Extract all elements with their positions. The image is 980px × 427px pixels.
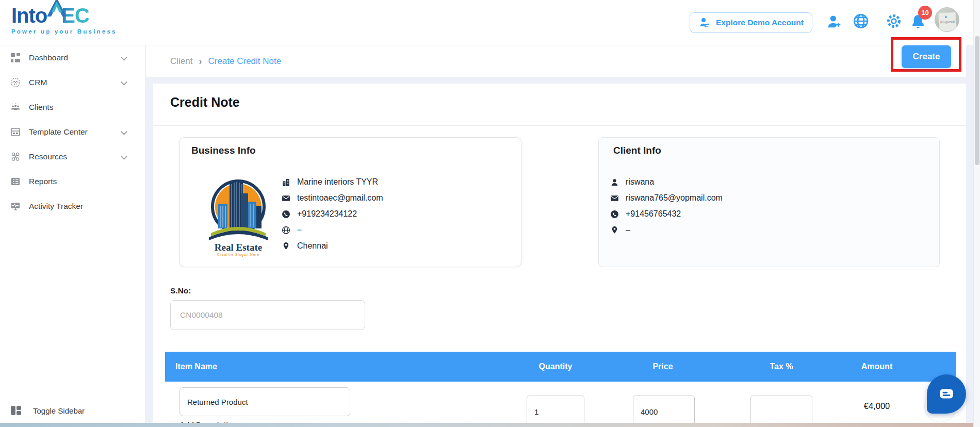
client-name-row: riswana bbox=[610, 176, 723, 188]
breadcrumb-create-credit-note[interactable]: Create Credit Note bbox=[208, 56, 281, 67]
chevron-down-icon bbox=[121, 128, 127, 135]
credit-note-content: Credit Note Business Info Real Estate Cr… bbox=[153, 84, 966, 427]
business-phone-row: +919234234122 bbox=[282, 208, 383, 220]
business-info-title: Business Info bbox=[191, 145, 256, 156]
toggle-sidebar-button[interactable]: Toggle Sidebar bbox=[0, 398, 145, 423]
client-info-rows: riswana riswana765@yopmail.com +91456765… bbox=[610, 176, 723, 236]
page-title: Credit Note bbox=[170, 95, 240, 110]
business-city-row: Chennai bbox=[282, 240, 383, 252]
gear-icon[interactable] bbox=[885, 12, 903, 30]
business-website-row: – bbox=[282, 224, 383, 236]
scrollbar-thumb[interactable] bbox=[975, 36, 979, 165]
items-table-row: €4,000 ✕ Add Description bbox=[165, 382, 956, 427]
sidebar-item-activity-tracker[interactable]: Activity Tracker bbox=[0, 194, 145, 219]
sidebar-item-label: Resources bbox=[29, 152, 67, 161]
business-name: Marine interiors TYYR bbox=[297, 177, 378, 187]
price-input[interactable] bbox=[633, 396, 695, 427]
roof-triangle-icon bbox=[45, 0, 69, 18]
item-name-input[interactable] bbox=[179, 387, 350, 416]
row-amount: €4,000 bbox=[825, 401, 928, 411]
business-city: Chennai bbox=[297, 241, 328, 251]
client-info-title: Client Info bbox=[613, 145, 661, 156]
sidebar-item-dashboard[interactable]: Dashboard bbox=[0, 45, 145, 70]
sno-input[interactable] bbox=[170, 300, 365, 330]
envelope-icon bbox=[610, 194, 619, 203]
phone-icon bbox=[282, 210, 290, 219]
logo-text-primary: Into bbox=[11, 5, 47, 26]
client-phone: +91456765432 bbox=[626, 209, 681, 219]
envelope-icon bbox=[282, 194, 290, 203]
breadcrumb-client[interactable]: Client bbox=[170, 56, 192, 67]
activity-tracker-icon bbox=[10, 201, 21, 211]
header-price: Price bbox=[611, 352, 714, 382]
location-icon bbox=[610, 226, 619, 235]
business-name-row: Marine interiors TYYR bbox=[282, 176, 383, 188]
client-name: riswana bbox=[626, 177, 654, 187]
notification-badge[interactable]: 10 bbox=[918, 6, 932, 20]
sidebar-item-resources[interactable]: Resources bbox=[0, 144, 145, 169]
avatar-logo-mark: ▲ bbox=[944, 14, 948, 18]
add-user-icon[interactable] bbox=[826, 13, 843, 30]
breadcrumb-separator-icon: › bbox=[199, 56, 202, 67]
explore-demo-label: Explore Demo Account bbox=[716, 18, 804, 27]
sidebar-item-clients[interactable]: Clients bbox=[0, 95, 145, 120]
chevron-down-icon bbox=[121, 54, 127, 61]
sidebar-item-label: CRM bbox=[29, 78, 47, 87]
sno-label: S.No: bbox=[170, 286, 191, 295]
sidebar: Dashboard CRM Clients bbox=[0, 45, 145, 427]
business-info-card: Business Info Real Estate Creative Sloga… bbox=[179, 137, 521, 267]
credit-note-page: Into AEC Power up your Business Explore … bbox=[0, 0, 980, 427]
client-location-row: – bbox=[610, 224, 723, 236]
business-website[interactable]: – bbox=[297, 225, 302, 235]
avatar[interactable]: ▲ Proposal bbox=[935, 7, 959, 32]
divider bbox=[153, 125, 966, 126]
user-switch-icon bbox=[698, 17, 711, 29]
header-tax: Tax % bbox=[730, 352, 833, 382]
quantity-input[interactable] bbox=[527, 396, 584, 427]
resources-icon bbox=[10, 152, 21, 162]
chat-widget-button[interactable] bbox=[927, 374, 966, 414]
location-icon bbox=[282, 242, 290, 251]
breadcrumb: Client › Create Credit Note bbox=[170, 45, 281, 77]
toggle-sidebar-icon bbox=[10, 405, 22, 416]
chevron-down-icon bbox=[121, 79, 127, 86]
clients-icon bbox=[10, 102, 21, 112]
sidebar-item-reports[interactable]: Reports bbox=[0, 169, 145, 194]
crm-icon bbox=[10, 77, 21, 88]
globe-icon[interactable] bbox=[852, 12, 870, 30]
sidebar-item-label: Clients bbox=[29, 103, 53, 112]
notification-count: 10 bbox=[921, 9, 928, 17]
items-table-header: Item Name Quantity Price Tax % Amount bbox=[165, 352, 956, 382]
business-logo-title: Real Estate bbox=[215, 242, 262, 253]
explore-demo-account-button[interactable]: Explore Demo Account bbox=[690, 12, 812, 33]
business-email-row: testintoaec@gmail.com bbox=[282, 192, 383, 204]
business-logo-slogan: Creative Slogan Here bbox=[217, 253, 259, 257]
sidebar-item-label: Activity Tracker bbox=[29, 202, 83, 211]
sidebar-item-template-center[interactable]: Template Center bbox=[0, 120, 145, 144]
business-info-rows: Marine interiors TYYR testintoaec@gmail.… bbox=[282, 176, 383, 252]
sidebar-item-crm[interactable]: CRM bbox=[0, 70, 145, 95]
client-location: – bbox=[626, 225, 630, 235]
vertical-scrollbar[interactable] bbox=[973, 0, 980, 427]
business-logo: Real Estate Creative Slogan Here bbox=[207, 172, 270, 258]
building-icon bbox=[282, 178, 290, 187]
chat-bubble-icon bbox=[937, 385, 956, 403]
tax-input[interactable] bbox=[750, 396, 812, 427]
person-icon bbox=[610, 178, 619, 187]
bottom-edge-bar bbox=[0, 423, 980, 427]
avatar-label: Proposal bbox=[939, 20, 956, 24]
top-header: Into AEC Power up your Business Explore … bbox=[0, 0, 980, 45]
client-email: riswana765@yopmail.com bbox=[626, 193, 723, 203]
sidebar-item-label: Template Center bbox=[29, 127, 88, 137]
sidebar-item-label: Dashboard bbox=[29, 53, 68, 62]
header-amount: Amount bbox=[825, 352, 928, 382]
toggle-sidebar-label: Toggle Sidebar bbox=[33, 406, 85, 415]
sidebar-item-label: Reports bbox=[29, 177, 57, 186]
template-center-icon bbox=[10, 127, 21, 137]
business-phone: +919234234122 bbox=[297, 209, 357, 219]
client-email-row: riswana765@yopmail.com bbox=[610, 192, 723, 204]
breadcrumb-bar: Client › Create Credit Note bbox=[146, 45, 966, 77]
intoaec-logo[interactable]: Into AEC Power up your Business bbox=[11, 5, 117, 35]
globe-icon bbox=[282, 226, 290, 235]
create-button[interactable]: Create bbox=[902, 45, 951, 68]
